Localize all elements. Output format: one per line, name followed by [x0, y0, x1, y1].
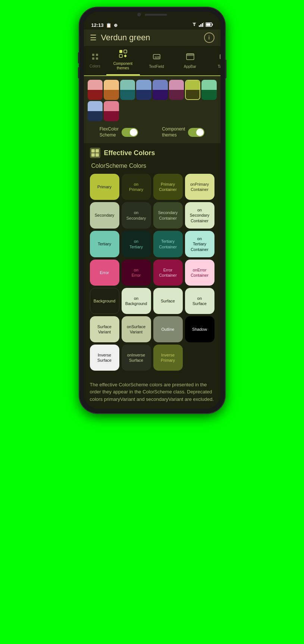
info-button[interactable]: i [204, 32, 214, 43]
svg-rect-8 [96, 54, 98, 56]
tab-appbar[interactable]: AppBar [173, 46, 207, 75]
tab-component-themes[interactable]: Componentthemes [106, 46, 140, 75]
swatch-4[interactable] [136, 80, 151, 100]
svg-rect-9 [92, 57, 94, 60]
svg-rect-0 [199, 25, 200, 27]
svg-rect-12 [124, 50, 127, 53]
svg-rect-7 [92, 54, 94, 56]
component-toggle[interactable] [188, 128, 204, 137]
time-display: 12:13 [91, 22, 104, 28]
menu-icon[interactable]: ☰ [90, 33, 97, 42]
swatch-2[interactable] [104, 80, 119, 100]
swatch-7[interactable] [185, 80, 200, 100]
color-on-secondary[interactable]: onSecondary [122, 202, 151, 229]
flexcolor-label: FlexColorScheme [100, 126, 119, 138]
color-primary-container[interactable]: PrimaryContainer [153, 174, 183, 200]
component-toggle-label: Componentthemes [162, 126, 185, 138]
camera [137, 13, 141, 16]
textfield-tab-icon: 123 [153, 53, 161, 63]
component-tab-label: Componentthemes [113, 62, 133, 70]
color-surface[interactable]: Surface [153, 288, 183, 314]
svg-rect-11 [119, 50, 122, 53]
colorscheme-title: ColorScheme Colors [90, 163, 214, 169]
color-on-error[interactable]: onError [122, 260, 151, 286]
vol-down-button[interactable] [78, 67, 79, 78]
color-background[interactable]: Background [90, 288, 119, 314]
tab-textfield[interactable]: 123 TextField [140, 46, 173, 75]
swatch-1[interactable] [88, 80, 103, 100]
color-outline[interactable]: Outline [153, 316, 183, 342]
component-tab-icon [119, 50, 127, 60]
power-button[interactable] [225, 60, 226, 78]
battery-icon [206, 22, 213, 28]
app-bar: ☰ Verdun green i [84, 29, 220, 46]
swatch-3[interactable] [120, 80, 135, 100]
color-on-tertiary[interactable]: onTertiary [122, 231, 151, 257]
svg-rect-13 [119, 54, 122, 57]
color-on-tertiary-container[interactable]: onTertiaryContainer [185, 231, 214, 257]
color-surface-variant[interactable]: SurfaceVariant [90, 316, 119, 342]
tab-colors[interactable]: Colors [84, 46, 106, 75]
color-on-background[interactable]: onBackground [122, 288, 151, 314]
color-on-secondary-container[interactable]: onSecondaryContainer [185, 202, 214, 229]
swatch-6[interactable] [169, 80, 184, 100]
status-right [191, 22, 213, 28]
status-bar: 12:13 📋 ⊕ [84, 19, 220, 29]
speaker [145, 14, 167, 16]
component-knob [196, 129, 204, 136]
flexcolor-knob [130, 129, 137, 136]
svg-rect-1 [200, 24, 201, 27]
color-shadow[interactable]: Shadow [185, 316, 214, 342]
color-secondary[interactable]: Secondary [90, 202, 119, 229]
tab-tabbar[interactable]: TabBar [207, 46, 220, 75]
svg-marker-14 [124, 54, 127, 57]
svg-rect-2 [202, 23, 203, 27]
appbar-tab-label: AppBar [184, 65, 196, 69]
phone-frame: 12:13 📋 ⊕ ☰ Verdun green i [79, 7, 225, 413]
svg-rect-6 [212, 24, 213, 26]
color-error[interactable]: Error [90, 260, 119, 286]
swatch-10[interactable] [104, 101, 119, 121]
tabbar-tab-icon [220, 53, 220, 63]
phone-screen: 12:13 📋 ⊕ ☰ Verdun green i [84, 12, 220, 409]
color-grid: Primary onPrimary PrimaryContainer onPri… [90, 174, 214, 371]
effective-header: Effective Colors [90, 148, 214, 158]
notch [84, 12, 220, 19]
footer-text: The effective ColorScheme colors are pre… [84, 377, 220, 409]
color-tertiary-container[interactable]: TertiaryContainer [153, 231, 183, 257]
color-tertiary[interactable]: Tertiary [90, 231, 119, 257]
effective-section: Effective Colors ColorScheme Colors Prim… [84, 143, 220, 377]
flexcolor-toggle-group: FlexColorScheme [100, 126, 138, 138]
textfield-tab-label: TextField [149, 65, 164, 69]
color-on-primary[interactable]: onPrimary [122, 174, 151, 200]
color-empty [185, 345, 214, 371]
color-on-primary-container[interactable]: onPrimaryContainer [185, 174, 214, 200]
color-on-surface[interactable]: onSurface [185, 288, 214, 314]
color-inverse-primary[interactable]: InversePrimary [153, 345, 183, 371]
swatch-9[interactable] [88, 101, 103, 121]
toggles-row: FlexColorScheme Componentthemes [88, 125, 217, 139]
svg-rect-10 [96, 57, 98, 60]
sim-icon: 📋 [106, 23, 112, 28]
effective-icon [90, 148, 100, 158]
flexcolor-toggle[interactable] [122, 128, 138, 137]
swatch-8[interactable] [201, 80, 217, 100]
app-title: Verdun green [101, 33, 200, 43]
color-inverse-surface[interactable]: InverseSurface [90, 345, 119, 371]
svg-text:123: 123 [154, 56, 160, 59]
swatch-5[interactable] [153, 80, 168, 100]
color-secondary-container[interactable]: SecondaryContainer [153, 202, 183, 229]
color-on-inverse-surface[interactable]: onInverseSurface [122, 345, 151, 371]
swatches-grid [88, 80, 217, 121]
data-icon: ⊕ [114, 23, 117, 28]
tabbar-tab-label: TabBar [218, 65, 220, 69]
color-on-surface-variant[interactable]: onSurfaceVariant [122, 316, 151, 342]
appbar-tab-icon [186, 53, 194, 63]
effective-title: Effective Colors [104, 149, 155, 157]
component-toggle-group: Componentthemes [162, 126, 204, 138]
color-on-error-container[interactable]: onErrorContainer [185, 260, 214, 286]
vol-up-button[interactable] [78, 52, 79, 63]
color-error-container[interactable]: ErrorContainer [153, 260, 183, 286]
color-primary[interactable]: Primary [90, 174, 119, 200]
svg-rect-3 [203, 22, 204, 27]
